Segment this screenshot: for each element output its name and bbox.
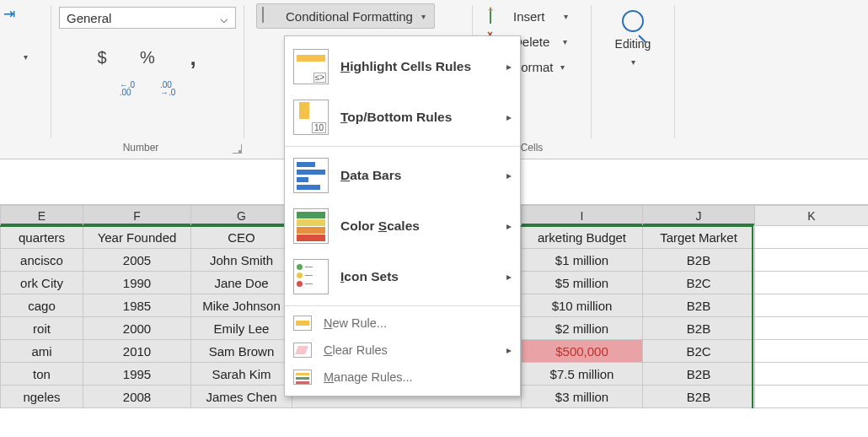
dropdown-caret-icon: ▾ bbox=[563, 37, 567, 46]
partial-button-icon-2[interactable] bbox=[0, 51, 19, 71]
col-header-F[interactable]: F bbox=[83, 206, 191, 226]
menu-separator bbox=[285, 305, 520, 306]
cell[interactable] bbox=[755, 363, 869, 386]
cell[interactable]: $5 million bbox=[522, 272, 643, 294]
dropdown-caret-icon: ▾ bbox=[421, 12, 426, 21]
cell[interactable]: 2010 bbox=[83, 340, 191, 363]
conditional-formatting-button[interactable]: Conditional Formatting ▾ bbox=[256, 3, 435, 29]
insert-label: Insert bbox=[513, 9, 545, 24]
menu-label: con Sets bbox=[344, 269, 399, 283]
cell[interactable] bbox=[755, 317, 869, 340]
conditional-formatting-label: Conditional Formatting bbox=[286, 9, 413, 24]
cell[interactable]: ngeles bbox=[1, 386, 83, 408]
dropdown-caret-icon: ▾ bbox=[631, 57, 635, 67]
cell[interactable]: CEO bbox=[191, 226, 292, 249]
cell[interactable]: 2000 bbox=[83, 317, 191, 340]
number-format-select[interactable]: General ⌵ bbox=[59, 7, 236, 29]
cell[interactable]: $1 million bbox=[522, 249, 643, 272]
highlight-cells-icon bbox=[293, 49, 329, 84]
cell[interactable]: 1990 bbox=[83, 272, 191, 294]
cell[interactable]: Mike Johnson bbox=[191, 294, 292, 317]
editing-button[interactable]: Editing ▾ bbox=[608, 10, 658, 67]
menu-clear-rules[interactable]: Clear Rules ▸ bbox=[285, 337, 520, 364]
cell[interactable] bbox=[755, 249, 869, 272]
menu-top-bottom-rules[interactable]: Top/Bottom Rules ▸ bbox=[285, 92, 520, 143]
menu-color-scales[interactable]: Color Scales ▸ bbox=[285, 201, 520, 251]
cell[interactable]: cago bbox=[1, 294, 83, 317]
cell[interactable]: $3 million bbox=[522, 386, 643, 408]
editing-label: Editing bbox=[615, 37, 651, 51]
col-header-J[interactable]: J bbox=[643, 206, 755, 226]
menu-label: cales bbox=[387, 218, 420, 233]
submenu-arrow-icon: ▸ bbox=[506, 344, 512, 356]
cell[interactable]: B2B bbox=[643, 294, 755, 317]
percent-button[interactable]: % bbox=[136, 47, 159, 67]
submenu-arrow-icon: ▸ bbox=[506, 220, 512, 232]
cell[interactable]: $10 million bbox=[522, 294, 643, 317]
menu-label: ew Rule... bbox=[332, 316, 386, 330]
cell[interactable]: Year Founded bbox=[83, 226, 191, 249]
submenu-arrow-icon: ▸ bbox=[506, 170, 512, 181]
cell[interactable] bbox=[755, 340, 869, 363]
cell[interactable]: ami bbox=[1, 340, 83, 363]
cell[interactable]: $500,000 bbox=[522, 340, 643, 363]
cell[interactable]: Target Market bbox=[643, 226, 755, 249]
menu-data-bars[interactable]: Data Bars ▸ bbox=[285, 150, 520, 201]
icon-sets-icon: ——— bbox=[293, 259, 329, 294]
dropdown-caret-icon[interactable]: ▾ bbox=[24, 52, 28, 62]
conditional-formatting-menu: Highlight Cells Rules ▸ Top/Bottom Rules… bbox=[284, 35, 521, 397]
menu-highlight-cells-rules[interactable]: Highlight Cells Rules ▸ bbox=[285, 41, 520, 92]
currency-button[interactable]: $ bbox=[90, 47, 114, 67]
cell[interactable]: 1995 bbox=[83, 363, 191, 386]
dialog-launcher-icon[interactable] bbox=[233, 144, 242, 154]
cell[interactable]: Sam Brown bbox=[191, 340, 292, 363]
menu-manage-rules[interactable]: Manage Rules... bbox=[285, 364, 520, 391]
manage-rules-icon bbox=[293, 370, 312, 385]
partial-button-icon[interactable]: ⇥ bbox=[0, 3, 19, 24]
cell[interactable]: B2C bbox=[643, 272, 755, 294]
cell[interactable] bbox=[755, 294, 869, 317]
col-header-I[interactable]: I bbox=[522, 206, 643, 226]
cell[interactable]: 2005 bbox=[83, 249, 191, 272]
cell[interactable]: B2C bbox=[643, 340, 755, 363]
col-header-G[interactable]: G bbox=[191, 206, 292, 226]
insert-button[interactable]: + Insert ▾ bbox=[490, 3, 568, 29]
menu-new-rule[interactable]: New Rule... bbox=[285, 310, 520, 337]
cell[interactable]: B2B bbox=[643, 249, 755, 272]
cell[interactable]: ancisco bbox=[1, 249, 83, 272]
cell[interactable]: B2B bbox=[643, 386, 755, 408]
cell[interactable] bbox=[755, 226, 869, 249]
col-header-E[interactable]: E bbox=[1, 206, 83, 226]
cell[interactable]: Jane Doe bbox=[191, 272, 292, 294]
data-bars-icon bbox=[293, 158, 329, 193]
ribbon-left-edge: ⇥ ▾ bbox=[0, 0, 51, 159]
dropdown-caret-icon: ▾ bbox=[560, 62, 565, 72]
decrease-decimal-button[interactable]: .00 →.0 bbox=[160, 81, 175, 96]
cell[interactable]: James Chen bbox=[191, 386, 292, 408]
cell[interactable]: John Smith bbox=[191, 249, 292, 272]
cell[interactable]: 1985 bbox=[83, 294, 191, 317]
cell[interactable]: Sarah Kim bbox=[191, 363, 292, 386]
cell[interactable]: $2 million bbox=[522, 317, 643, 340]
cell[interactable] bbox=[755, 386, 869, 408]
cell[interactable]: B2B bbox=[643, 363, 755, 386]
cell[interactable]: arketing Budget bbox=[522, 226, 643, 249]
decimal-buttons: ←.0 .00 .00 →.0 bbox=[120, 81, 176, 96]
top-bottom-icon bbox=[293, 100, 329, 135]
cell[interactable]: Emily Lee bbox=[191, 317, 292, 340]
menu-separator bbox=[285, 146, 520, 147]
search-icon bbox=[622, 10, 644, 32]
cell[interactable]: ork City bbox=[1, 272, 83, 294]
cell[interactable]: ton bbox=[1, 363, 83, 386]
col-header-K[interactable]: K bbox=[755, 206, 869, 226]
comma-button[interactable]: , bbox=[181, 47, 205, 67]
cell[interactable]: B2B bbox=[643, 317, 755, 340]
number-format-value: General bbox=[67, 11, 111, 25]
cell[interactable] bbox=[755, 272, 869, 294]
cell[interactable]: roit bbox=[1, 317, 83, 340]
cell[interactable]: 2008 bbox=[83, 386, 191, 408]
cell[interactable]: $7.5 million bbox=[522, 363, 643, 386]
cell[interactable]: quarters bbox=[1, 226, 83, 249]
menu-icon-sets[interactable]: ——— Icon Sets ▸ bbox=[285, 251, 520, 302]
increase-decimal-button[interactable]: ←.0 .00 bbox=[120, 81, 135, 96]
